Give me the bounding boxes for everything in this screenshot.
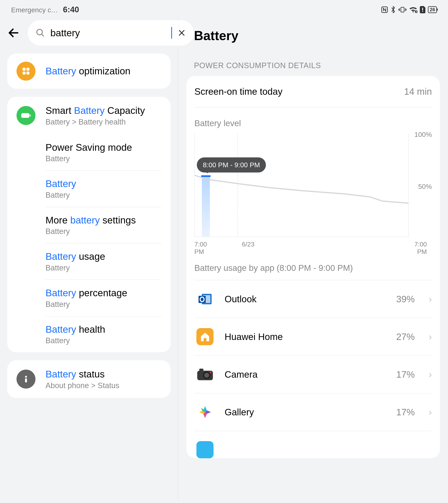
result-path: Battery — [46, 336, 161, 345]
battery-app-icon — [16, 106, 35, 125]
svg-rect-21 — [199, 369, 204, 371]
home-icon — [196, 328, 213, 345]
text-cursor — [171, 27, 172, 39]
result-battery-optimization[interactable]: Battery optimization — [16, 54, 161, 89]
result-path: Battery > Battery health — [46, 118, 145, 126]
sim-alert-icon — [420, 6, 425, 13]
svg-rect-8 — [23, 68, 26, 71]
result-battery[interactable]: Battery Battery — [46, 170, 161, 207]
app-pct: 27% — [396, 331, 415, 342]
outlook-icon — [196, 290, 213, 308]
chart-line — [195, 134, 408, 237]
power-details-card: Screen-on time today 14 min Battery leve… — [186, 76, 440, 458]
screen-on-row[interactable]: Screen-on time today 14 min — [194, 86, 432, 107]
vibrate-icon — [399, 6, 406, 13]
result-more-battery-settings[interactable]: More battery settings Battery — [46, 207, 161, 243]
search-box[interactable] — [28, 20, 194, 46]
svg-rect-4 — [416, 12, 416, 13]
result-battery-percentage[interactable]: Battery percentage Battery — [46, 279, 161, 316]
y-label-100: 100% — [414, 130, 432, 138]
search-pane: Battery optimization Smart Battery Capac… — [0, 14, 178, 501]
x-label-end-sub: PM — [414, 248, 427, 256]
app-row-next[interactable] — [194, 431, 432, 458]
result-card-status: Battery status About phone > Status — [7, 360, 171, 398]
result-card-battery-group: Smart Battery Capacity Battery > Battery… — [7, 97, 171, 352]
svg-rect-5 — [422, 8, 423, 11]
svg-rect-6 — [422, 11, 423, 12]
result-path: About phone > Status — [46, 381, 119, 390]
detail-pane: Battery POWER CONSUMPTION DETAILS Screen… — [178, 14, 448, 501]
svg-point-14 — [25, 376, 27, 378]
result-label: Battery percentage — [46, 287, 161, 299]
result-battery-status[interactable]: Battery status About phone > Status — [16, 360, 161, 398]
section-label: POWER CONSUMPTION DETAILS — [194, 61, 440, 70]
bluetooth-icon — [390, 6, 396, 14]
app-row-gallery[interactable]: Gallery 17% › — [194, 393, 432, 431]
app-row-outlook[interactable]: Outlook 39% › — [194, 280, 432, 318]
result-label: Smart Battery Capacity — [46, 105, 145, 116]
svg-rect-11 — [26, 72, 29, 75]
app-row-huawei-home[interactable]: Huawei Home 27% › — [194, 318, 432, 355]
app-pct: 39% — [396, 294, 415, 305]
info-icon — [16, 370, 35, 389]
svg-rect-10 — [23, 72, 26, 75]
app-row-camera[interactable]: Camera 17% › — [194, 355, 432, 393]
usage-title: Battery usage by app (8:00 PM - 9:00 PM) — [194, 263, 432, 273]
svg-point-24 — [209, 372, 211, 373]
app-pct: 17% — [396, 369, 415, 380]
app-pct: 17% — [396, 407, 415, 418]
chevron-right-icon: › — [429, 332, 432, 341]
app-name: Camera — [224, 369, 385, 380]
result-path: Battery — [46, 264, 161, 272]
result-path: Battery — [46, 191, 161, 199]
result-label: Battery status — [46, 368, 119, 380]
back-button[interactable] — [7, 26, 20, 40]
chevron-right-icon: › — [429, 294, 432, 304]
status-icons: 26 — [381, 6, 437, 14]
x-label-start: 7:00 — [194, 241, 207, 248]
result-battery-usage[interactable]: Battery usage Battery — [46, 243, 161, 279]
status-bar: Emergency c… 6:40 26 — [0, 0, 448, 14]
result-label: Battery optimization — [46, 65, 130, 77]
result-smart-battery-capacity[interactable]: Smart Battery Capacity Battery > Battery… — [16, 97, 161, 134]
svg-rect-12 — [21, 113, 29, 118]
y-label-50: 50% — [418, 183, 432, 190]
svg-rect-9 — [26, 68, 29, 71]
chart-title: Battery level — [194, 118, 432, 128]
svg-rect-3 — [416, 11, 416, 12]
unknown-app-icon — [196, 441, 213, 458]
result-label: More battery settings — [46, 214, 161, 226]
chevron-right-icon: › — [429, 407, 432, 417]
chart-x-axis: 7:00 PM 6/23 7:00 PM — [194, 241, 432, 248]
screen-on-label: Screen-on time today — [194, 86, 282, 97]
battery-icon: 26 — [428, 6, 437, 13]
result-path: Battery — [46, 300, 161, 309]
emergency-text: Emergency c… — [11, 6, 58, 14]
page-title: Battery — [194, 28, 440, 43]
status-clock: 6:40 — [63, 5, 79, 14]
result-path: Battery — [46, 154, 161, 163]
chevron-right-icon: › — [429, 370, 432, 379]
result-card-optimization: Battery optimization — [7, 54, 171, 89]
chart-y-axis: 100% 50% — [414, 134, 432, 237]
nfc-icon — [381, 6, 388, 13]
app-name: Huawei Home — [224, 331, 385, 342]
camera-icon — [196, 366, 213, 383]
svg-rect-15 — [25, 378, 27, 383]
svg-rect-1 — [401, 7, 404, 12]
app-name: Gallery — [224, 407, 385, 418]
search-input[interactable] — [50, 27, 171, 38]
apps-icon — [16, 62, 35, 81]
x-label-start-sub: PM — [194, 248, 207, 256]
result-power-saving-mode[interactable]: Power Saving mode Battery — [46, 134, 161, 170]
result-label: Battery — [46, 178, 161, 190]
result-battery-health[interactable]: Battery health Battery — [46, 316, 161, 353]
svg-rect-13 — [30, 114, 31, 116]
battery-level-chart[interactable]: 8:00 PM - 9:00 PM — [194, 134, 409, 237]
result-label: Power Saving mode — [46, 142, 161, 153]
x-label-end: 7:00 — [414, 241, 427, 248]
result-label: Battery health — [46, 324, 161, 335]
result-path: Battery — [46, 227, 161, 236]
wifi-alert-icon — [409, 6, 417, 13]
app-name: Outlook — [224, 294, 385, 305]
